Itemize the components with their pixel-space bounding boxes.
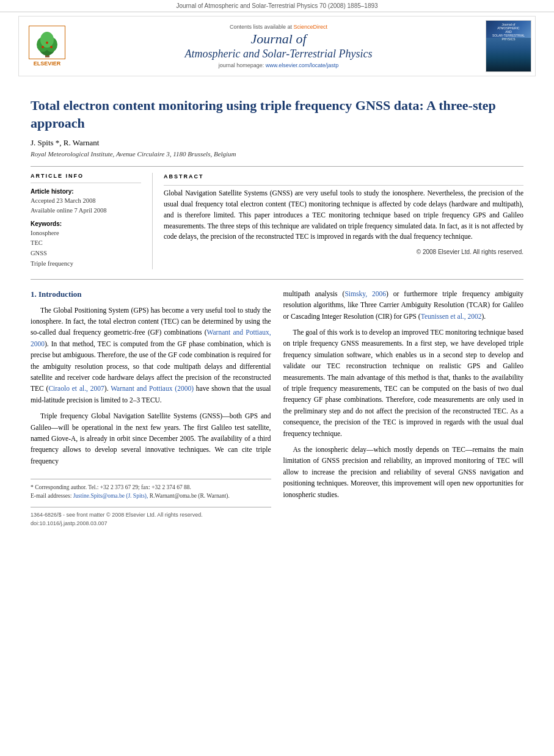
journal-cover-image: Journal ofATMOSPHERICANDSOLAR-TERRESTRIA… <box>486 20 531 72</box>
left-column: 1. Introduction The Global Positioning S… <box>31 288 271 528</box>
email-label: E-mail addresses: <box>31 493 71 499</box>
elsevier-tree-icon <box>31 27 64 58</box>
affiliation: Royal Meteorological Institute, Avenue C… <box>31 150 523 158</box>
svg-point-4 <box>40 32 54 48</box>
elsevier-logo: ELSEVIER <box>23 26 71 67</box>
abstract-heading: ABSTRACT <box>164 173 523 181</box>
journal-homepage: journal homepage: www.elsevier.com/locat… <box>78 62 479 68</box>
contents-text: Contents lists available at <box>230 24 292 30</box>
ref-warnant-2000[interactable]: Warnant and Pottiaux, 2000 <box>31 329 271 347</box>
body-right-para3: As the ionospheric delay—which mostly de… <box>283 444 524 500</box>
bottom-info-bar: 1364-6826/$ - see front matter © 2008 El… <box>31 507 271 528</box>
article-info-box: ARTICLE INFO Article history: Accepted 2… <box>31 173 153 269</box>
info-abstract-section: ARTICLE INFO Article history: Accepted 2… <box>31 166 523 269</box>
article-title: Total electron content monitoring using … <box>31 97 523 132</box>
body-columns: 1. Introduction The Global Positioning S… <box>31 279 523 528</box>
abstract-section: ABSTRACT Global Navigation Satellite Sys… <box>153 173 523 269</box>
journal-citation-bar: Journal of Atmospheric and Solar-Terrest… <box>0 0 554 12</box>
available-date: Available online 7 April 2008 <box>31 206 141 216</box>
cover-title-text: Journal ofATMOSPHERICANDSOLAR-TERRESTRIA… <box>492 23 525 41</box>
footnote-corresponding: * Corresponding author. Tel.: +32 2 373 … <box>31 483 271 492</box>
keyword-gnss: GNSS <box>31 249 141 259</box>
journal-header: ELSEVIER Contents lists available at Sci… <box>18 16 536 76</box>
footnote-section: * Corresponding author. Tel.: +32 2 373 … <box>31 479 271 501</box>
keywords-heading: Keywords: <box>31 220 141 227</box>
ref-teunissen-2002[interactable]: Teunissen et al., 2002 <box>421 313 482 320</box>
ref-warnant-pottiaux-2[interactable]: Warnant and Pottiaux (2000) <box>111 385 194 392</box>
cover-art <box>486 38 531 71</box>
authors: J. Spits *, R. Warnant <box>31 138 523 148</box>
copyright-notice: © 2008 Elsevier Ltd. All rights reserved… <box>164 247 523 257</box>
doi-line: doi:10.1016/j.jastp.2008.03.007 <box>31 519 271 528</box>
body-right-para2: The goal of this work is to develop an i… <box>283 327 524 439</box>
article-content: Total electron content monitoring using … <box>0 80 554 534</box>
homepage-label: journal homepage: <box>219 62 264 68</box>
svg-point-5 <box>42 46 44 48</box>
author-names: J. Spits *, R. Warnant <box>31 138 99 147</box>
right-column: multipath analysis (Simsky, 2006) or fur… <box>283 288 524 528</box>
history-heading: Article history: <box>31 188 141 195</box>
keyword-triple-frequency: Triple frequency <box>31 259 141 269</box>
accepted-date: Accepted 23 March 2008 <box>31 196 141 206</box>
journal-center-info: Contents lists available at ScienceDirec… <box>71 21 486 71</box>
ref-ciraolo-2007[interactable]: Ciraolo et al., 2007 <box>48 385 104 392</box>
body-left-para2: Triple frequency Global Navigation Satel… <box>31 410 271 467</box>
sciencedirect-line: Contents lists available at ScienceDirec… <box>78 24 479 30</box>
sciencedirect-link[interactable]: ScienceDirect <box>294 24 328 30</box>
abstract-text: Global Navigation Satellite Systems (GNS… <box>164 188 523 242</box>
article-info-heading: ARTICLE INFO <box>31 173 141 179</box>
footnote-email: E-mail addresses: Justine.Spits@oma.be (… <box>31 492 271 500</box>
svg-point-6 <box>50 46 53 48</box>
svg-point-7 <box>46 42 48 44</box>
elsevier-logo-box <box>29 26 65 59</box>
journal-title-line1: Journal of <box>78 31 479 47</box>
journal-title-line2: Atmospheric and Solar-Terrestrial Physic… <box>78 47 479 61</box>
journal-citation: Journal of Atmospheric and Solar-Terrest… <box>176 2 377 9</box>
keyword-tec: TEC <box>31 238 141 249</box>
ref-simsky-2006[interactable]: Simsky, 2006 <box>344 290 386 297</box>
body-right-para1: multipath analysis (Simsky, 2006) or fur… <box>283 288 524 322</box>
email2: R.Warnant@oma.be (R. Warnant). <box>150 493 230 499</box>
elsevier-wordmark: ELSEVIER <box>34 60 61 67</box>
homepage-link[interactable]: www.elsevier.com/locate/jastp <box>266 62 339 68</box>
section1-heading: 1. Introduction <box>31 288 271 301</box>
issn-line: 1364-6826/$ - see front matter © 2008 El… <box>31 511 271 519</box>
body-left-para1: The Global Positioning System (GPS) has … <box>31 305 271 406</box>
email1[interactable]: Justine.Spits@oma.be (J. Spits), <box>73 493 148 499</box>
keyword-ionosphere: Ionosphere <box>31 228 141 239</box>
